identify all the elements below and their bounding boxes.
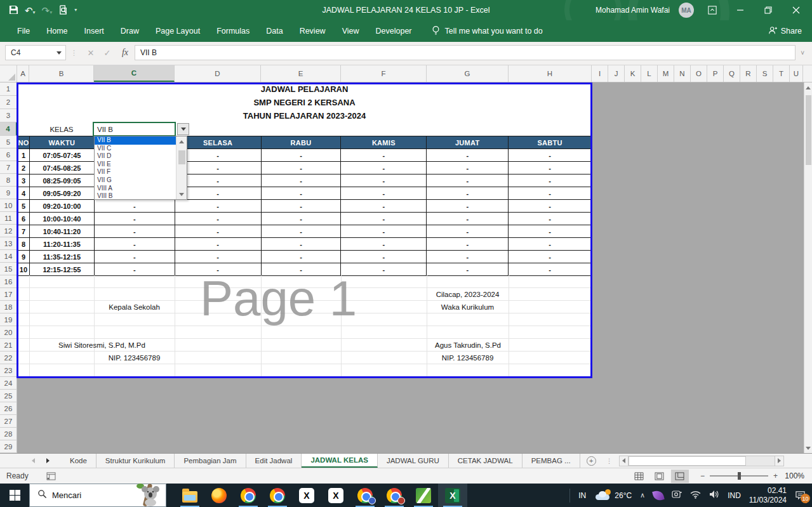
cell-day-5[interactable]: - <box>509 149 592 162</box>
column-header-T[interactable]: T <box>773 65 790 82</box>
scroll-right-icon[interactable] <box>775 456 784 466</box>
cell-waktu[interactable]: 12:15-12:55 <box>30 263 95 276</box>
cell-day-4[interactable]: - <box>427 251 509 263</box>
cell-day-3[interactable]: - <box>341 149 427 162</box>
column-header-G[interactable]: G <box>427 65 509 82</box>
cell-day-2[interactable]: - <box>262 213 342 225</box>
cell-day-5[interactable]: - <box>509 238 592 251</box>
column-header-H[interactable]: H <box>509 65 592 82</box>
name-box-dropdown-icon[interactable] <box>57 51 62 55</box>
header-day-5[interactable]: SABTU <box>509 136 592 149</box>
cell-day-1[interactable]: - <box>175 162 262 174</box>
row-header-11[interactable]: 11 <box>0 212 17 225</box>
column-header-S[interactable]: S <box>757 65 773 82</box>
cell-day-3[interactable]: - <box>341 213 427 225</box>
screen-record-tray-icon[interactable] <box>672 490 682 501</box>
cell-day-1[interactable]: - <box>175 187 262 200</box>
cell-day-0[interactable]: - <box>95 251 175 263</box>
taskbar-search[interactable]: Mencari <box>29 484 166 507</box>
scroll-up-icon[interactable] <box>176 136 187 147</box>
sheet-tab-jadwal-kelas[interactable]: JADWAL KELAS <box>302 454 378 468</box>
sheet-nav-right-icon[interactable] <box>46 458 50 463</box>
sheet-tab-edit-jadwal[interactable]: Edit Jadwal <box>246 454 302 468</box>
cell-waktu[interactable]: 08:25-09:05 <box>30 174 95 187</box>
column-header-K[interactable]: K <box>625 65 641 82</box>
row-header-20[interactable]: 20 <box>0 326 17 339</box>
scroll-down-icon[interactable] <box>176 189 187 199</box>
cell-day-1[interactable]: - <box>175 263 262 276</box>
row-header-14[interactable]: 14 <box>0 250 17 263</box>
dropdown-option-vii-c[interactable]: VII C <box>95 145 176 153</box>
cell-day-4[interactable]: - <box>427 238 509 251</box>
zoom-in-icon[interactable]: + <box>773 471 778 480</box>
column-header-D[interactable]: D <box>175 65 261 82</box>
cell-waktu[interactable]: 11:20-11:35 <box>30 238 95 251</box>
header-day-3[interactable]: KAMIS <box>341 136 427 149</box>
scroll-down-icon[interactable] <box>804 443 812 453</box>
dropdown-option-vii-e[interactable]: VII E <box>95 161 176 169</box>
cell-waktu[interactable]: 09:20-10:00 <box>30 200 95 213</box>
user-avatar[interactable]: MA <box>679 3 694 18</box>
row-header-17[interactable]: 17 <box>0 288 17 301</box>
cell-day-4[interactable]: - <box>427 174 509 187</box>
ribbon-tab-developer[interactable]: Developer <box>368 20 420 42</box>
cell-no[interactable]: 1 <box>18 149 30 162</box>
row-header-13[interactable]: 13 <box>0 237 17 250</box>
cell-day-2[interactable]: - <box>262 200 342 213</box>
ribbon-tab-insert[interactable]: Insert <box>76 20 112 42</box>
data-validation-dropdown-button[interactable] <box>177 123 189 135</box>
formula-input[interactable]: VII B <box>135 45 795 60</box>
header-day-4[interactable]: JUMAT <box>427 136 509 149</box>
scroll-up-icon[interactable] <box>804 82 812 93</box>
column-header-C[interactable]: C <box>94 65 175 82</box>
cell-day-4[interactable]: - <box>427 162 509 174</box>
ime-badge[interactable]: IND <box>728 491 741 500</box>
macro-record-icon[interactable] <box>46 472 56 480</box>
cell-day-3[interactable]: - <box>341 263 427 276</box>
row-header-29[interactable]: 29 <box>0 440 17 453</box>
cell-day-0[interactable]: - <box>95 200 175 213</box>
dropdown-option-viii-a[interactable]: VIII A <box>95 185 176 193</box>
scrollbar-thumb[interactable] <box>178 150 185 164</box>
column-header-I[interactable]: I <box>592 65 608 82</box>
name-box[interactable]: C4 <box>5 45 66 60</box>
sheet-nav-left-icon[interactable] <box>32 458 35 463</box>
tell-me-box[interactable]: Tell me what you want to do <box>432 25 543 37</box>
cell-day-1[interactable]: - <box>175 213 262 225</box>
cell-day-3[interactable]: - <box>341 238 427 251</box>
start-button[interactable] <box>0 484 29 507</box>
firefox-icon[interactable] <box>204 484 234 507</box>
header-waktu[interactable]: WAKTU <box>30 136 95 149</box>
column-header-A[interactable]: A <box>17 65 29 82</box>
cell-waktu[interactable]: 11:35-12:15 <box>30 251 95 263</box>
column-header-U[interactable]: U <box>790 65 803 82</box>
cell-no[interactable]: 5 <box>18 200 30 213</box>
cell-no[interactable]: 2 <box>18 162 30 174</box>
column-header-R[interactable]: R <box>740 65 757 82</box>
ribbon-tab-home[interactable]: Home <box>38 20 76 42</box>
minimize-button[interactable] <box>731 3 750 18</box>
row-header-2[interactable]: 2 <box>0 96 17 109</box>
cell-day-5[interactable]: - <box>509 200 592 213</box>
cell-day-3[interactable]: - <box>341 225 427 238</box>
row-header-26[interactable]: 26 <box>0 402 17 415</box>
chrome-profile-icon[interactable] <box>350 484 380 507</box>
cell-day-5[interactable]: - <box>509 263 592 276</box>
page-layout-view-icon[interactable] <box>651 470 669 483</box>
row-header-8[interactable]: 8 <box>0 174 17 187</box>
cell-day-2[interactable]: - <box>262 162 342 174</box>
formula-bar-expand-icon[interactable]: ˅ <box>795 49 809 56</box>
restore-button[interactable] <box>759 3 778 18</box>
chrome-icon[interactable] <box>234 484 263 507</box>
row-header-25[interactable]: 25 <box>0 390 17 402</box>
chrome-icon[interactable] <box>263 484 292 507</box>
row-header-23[interactable]: 23 <box>0 364 17 377</box>
row-header-3[interactable]: 3 <box>0 109 17 122</box>
ribbon-tab-view[interactable]: View <box>334 20 368 42</box>
row-header-10[interactable]: 10 <box>0 199 17 212</box>
capcut-icon[interactable]: X <box>292 484 321 507</box>
dropdown-option-vii-d[interactable]: VII D <box>95 152 176 161</box>
sheet-tab-pembag-[interactable]: PEMBAG ... <box>522 454 580 468</box>
scrollbar-thumb[interactable] <box>629 456 746 466</box>
cell-day-3[interactable]: - <box>341 251 427 263</box>
